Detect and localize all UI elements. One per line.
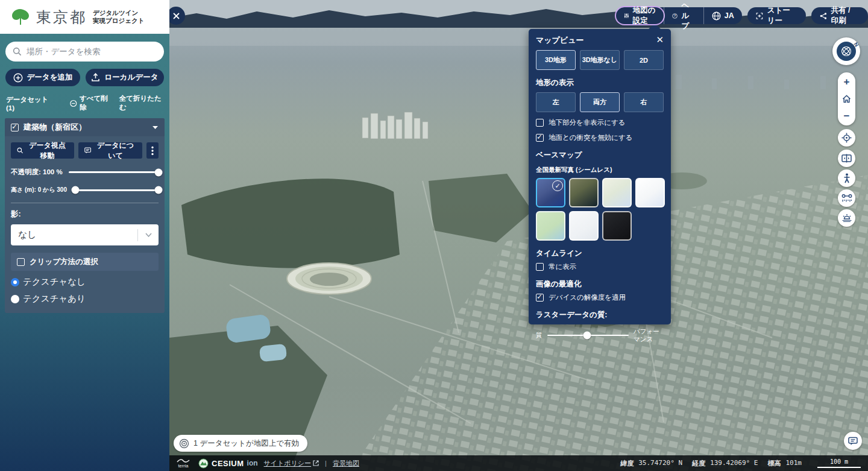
gyro-orbit-icon [840,45,852,57]
disable-collision-checkbox[interactable] [536,134,544,142]
workbench-item: 建築物（新宿区） データ視点移動 [5,118,165,313]
opacity-label: 不透明度: 100 % [11,168,63,177]
basemap-thumb-standard-map[interactable] [602,178,632,207]
sidebar-header: 東京都 デジタルツイン 実現プロジェクト [0,0,169,34]
home-icon[interactable] [842,95,851,103]
geolocate-button[interactable] [838,129,855,147]
device-resolution-option[interactable]: デバイスの解像度を適用 [536,293,664,302]
check-icon: ✓ [552,180,563,191]
globe-icon [712,11,721,21]
active-datasets-badge[interactable]: 1 データセットが地図上で有効 [174,435,307,452]
language-button[interactable]: JA [703,7,742,24]
remove-all-button[interactable]: すべて削除 [70,94,110,112]
zoom-out-button[interactable]: − [844,111,850,121]
zoom-control: + − [838,72,855,125]
terrain-right-button[interactable]: 右 [624,92,664,112]
item-menu-button[interactable] [146,142,159,159]
raster-quality-slider[interactable] [547,335,629,336]
collapse-all-button[interactable]: 全て折りたたむ [119,94,163,112]
workbench-item-header[interactable]: 建築物（新宿区） [5,118,165,136]
radio-unselected-icon[interactable] [11,295,19,303]
radio-no-texture[interactable]: テクスチャなし [11,276,159,288]
radio-selected-icon[interactable] [11,278,19,286]
basemap-thumb-green-map[interactable] [536,211,565,241]
opacity-slider[interactable] [69,171,159,173]
pedestrian-mode-button[interactable] [838,169,855,187]
cesium-ion-logo[interactable]: CESIUM ion [198,458,258,469]
search-input[interactable] [27,47,157,56]
feedback-button[interactable] [844,432,862,450]
mapview-3d-terrain-button[interactable]: 3D地形 [536,50,576,70]
radio-with-texture[interactable]: テクスチャあり [11,293,159,305]
basemap-thumb-satellite-dark[interactable] [569,178,599,207]
mapview-2d-button[interactable]: 2D [624,50,664,70]
height-min-thumb[interactable] [72,186,80,194]
device-resolution-checkbox[interactable] [536,294,544,302]
longitude-value: 139.42069° E [710,459,758,468]
zoom-to-data-button[interactable]: データ視点移動 [11,142,74,159]
height-range-slider[interactable] [73,189,159,191]
shadow-time-button[interactable] [838,209,855,227]
clip-method-button[interactable]: クリップ方法の選択 [11,253,159,271]
compass-control[interactable]: N [832,37,860,65]
map-viewport[interactable] [169,0,868,471]
site-policy-link[interactable]: サイトポリシー [264,459,319,468]
shadow-select-value: なし [18,229,137,241]
external-link-icon [313,460,319,466]
height-range-label: 高さ (m): 0 から 300 [11,186,67,194]
help-button[interactable]: ? ヘルプ [664,7,703,24]
latitude-value: 35.74720° N [638,459,682,468]
share-print-button[interactable]: 共有 / 印刷 [811,7,868,24]
raster-quality-thumb[interactable] [583,331,591,339]
hide-underground-option[interactable]: 地下部分を非表示にする [536,118,664,127]
measure-tool-button[interactable] [838,189,855,207]
dataset-visibility-checkbox[interactable] [11,124,19,131]
raster-quality-title: ラスターデータの質: [536,310,664,320]
brand-subtitle: デジタルツイン 実現プロジェクト [93,9,144,25]
svg-text:?: ? [674,14,676,17]
chevron-down-icon[interactable] [152,125,159,130]
panel-close-button[interactable]: ✕ [656,35,664,44]
opacity-slider-thumb[interactable] [155,168,163,176]
height-max-thumb[interactable] [155,186,163,194]
upload-icon [91,73,100,82]
raster-quality-right-label: パフォーマンス [634,327,664,343]
disable-collision-option[interactable]: 地面との衝突を無効にする [536,133,664,142]
zoom-in-button[interactable]: + [844,77,850,87]
story-button[interactable]: ストーリー [747,7,806,24]
local-data-button[interactable]: ローカルデータ [86,69,164,86]
top-toolbar: 地図の設定 ? ヘルプ JA [616,7,868,24]
basemap-thumb-satellite-selected[interactable]: ✓ [536,178,565,207]
latitude-label: 緯度 [620,459,634,468]
timeline-always-checkbox[interactable] [536,263,544,271]
raster-quality-left-label: 質 [536,331,542,340]
about-data-button[interactable]: データについて [78,142,142,159]
basemap-thumb-pale-map[interactable] [635,178,665,207]
magnifier-icon [17,147,23,154]
background-map-link[interactable]: 背景地図 [333,459,359,468]
link-separator: | [325,460,327,467]
shadow-select[interactable]: なし [11,224,159,245]
search-box[interactable] [5,42,164,62]
add-data-button[interactable]: データを追加 [5,69,80,86]
terrain-both-button[interactable]: 両方 [580,92,620,112]
timeline-title: タイムライン [536,248,664,259]
brand-title: 東京都 [36,7,87,27]
crosshair-icon [841,133,852,143]
basemap-thumb-white-map[interactable] [569,211,599,241]
basemap-thumb-dark-map[interactable] [602,211,632,241]
clip-method-checkbox[interactable] [17,258,25,266]
timeline-always-option[interactable]: 常に表示 [536,262,664,271]
hide-underground-checkbox[interactable] [536,119,544,127]
mapview-3d-smooth-button[interactable]: 3D地形なし [580,50,620,70]
basemap-title: ベースマップ [536,150,664,160]
terrain-left-button[interactable]: 左 [536,92,576,112]
terria-logo[interactable]: terria [177,458,190,469]
share-icon [820,11,827,21]
sidebar-collapse-button[interactable] [167,7,185,25]
measure-icon [841,194,852,203]
map-settings-button[interactable]: 地図の設定 [616,7,664,24]
kebab-menu-icon [151,146,154,156]
sidebar: 東京都 デジタルツイン 実現プロジェクト データを追加 [0,0,169,471]
split-screen-button[interactable] [838,150,855,167]
